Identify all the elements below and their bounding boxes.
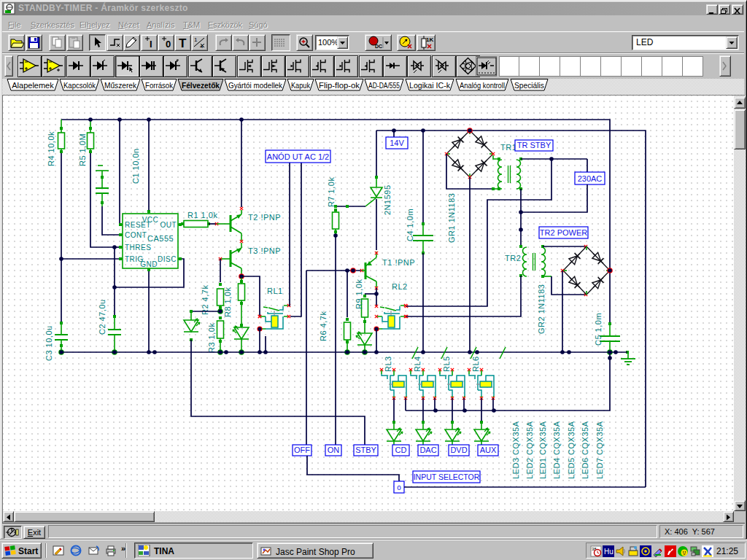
svg-text:OFF: OFF — [294, 446, 310, 454]
svg-text:Speciális: Speciális — [514, 81, 544, 90]
svg-text:Alapelemek: Alapelemek — [12, 81, 54, 90]
svg-text:Kapcsolók: Kapcsolók — [63, 81, 96, 90]
svg-text:R7 1,0k: R7 1,0k — [327, 177, 336, 207]
svg-text:Gyártói modellek: Gyártói modellek — [228, 81, 282, 90]
svg-text:RL5: RL5 — [442, 356, 451, 372]
svg-text:DISC: DISC — [158, 255, 177, 263]
svg-text:RESET: RESET — [125, 221, 151, 229]
svg-text:R1 1,0k: R1 1,0k — [187, 211, 217, 219]
svg-text:Források: Források — [145, 81, 173, 90]
svg-text:2N1595: 2N1595 — [383, 184, 392, 215]
svg-text:R9 1,0k: R9 1,0k — [355, 279, 363, 309]
svg-text:Kapuk: Kapuk — [291, 81, 310, 90]
svg-text:DC: DC — [375, 44, 382, 49]
svg-text:Flip-flop-ok: Flip-flop-ok — [319, 81, 360, 90]
svg-text:1K: 1K — [426, 36, 433, 43]
svg-text:R5 1,0M: R5 1,0M — [78, 133, 87, 166]
svg-text:ON: ON — [328, 446, 340, 454]
svg-text:RL1: RL1 — [267, 287, 283, 295]
svg-text:RL3: RL3 — [384, 356, 392, 372]
svg-text:Félvezetők: Félvezetők — [182, 81, 220, 90]
svg-text:TR2 POWER: TR2 POWER — [540, 228, 587, 237]
svg-text:THRES: THRES — [125, 244, 151, 252]
svg-text:GR2 1N1183: GR2 1N1183 — [537, 284, 546, 334]
svg-text:LED6 CQX35A: LED6 CQX35A — [581, 421, 589, 479]
svg-text:C1 10,0n: C1 10,0n — [131, 148, 140, 184]
svg-text:LED5 CQX35A: LED5 CQX35A — [567, 421, 576, 479]
svg-text:GND: GND — [140, 260, 158, 268]
svg-text:LED3 CQX35A: LED3 CQX35A — [511, 421, 520, 479]
svg-text:R4 10,0k: R4 10,0k — [47, 131, 55, 166]
svg-text:T2 !PNP: T2 !PNP — [248, 213, 281, 222]
svg-text:TR2: TR2 — [505, 254, 521, 262]
svg-text:o: o — [397, 483, 401, 491]
svg-text:T3 !PNP: T3 !PNP — [248, 246, 281, 255]
svg-text:C4 1,0m: C4 1,0m — [406, 209, 414, 241]
svg-text:Műszerek: Műszerek — [104, 81, 136, 90]
svg-text:I: I — [150, 39, 152, 50]
svg-text:GR1 1N1183: GR1 1N1183 — [447, 193, 456, 243]
svg-text:RL6: RL6 — [471, 356, 480, 372]
svg-text:0: 0 — [166, 39, 171, 50]
svg-text:TR STBY: TR STBY — [517, 141, 551, 149]
svg-text:R8 1,0k: R8 1,0k — [223, 287, 232, 317]
svg-text:INPUT SELECTOR: INPUT SELECTOR — [414, 472, 480, 481]
svg-text:LED7 CQX35A: LED7 CQX35A — [595, 421, 604, 479]
svg-text:STBY: STBY — [355, 446, 376, 454]
svg-text:CA555: CA555 — [147, 234, 174, 243]
svg-text:C5 1,0m: C5 1,0m — [594, 313, 603, 346]
svg-text:R3 1,0k: R3 1,0k — [207, 323, 216, 353]
svg-text:AUX: AUX — [480, 446, 497, 454]
svg-text:DVD: DVD — [450, 446, 467, 454]
svg-text:1: 1 — [194, 36, 198, 43]
svg-text:LED2 CQX35A: LED2 CQX35A — [525, 421, 534, 479]
svg-text:230AC: 230AC — [578, 174, 603, 183]
svg-text:Hu: Hu — [604, 548, 614, 556]
svg-text:RL2: RL2 — [392, 282, 408, 291]
svg-text:R6 4,7k: R6 4,7k — [319, 311, 328, 341]
svg-text:AD-DA/555: AD-DA/555 — [368, 81, 400, 90]
svg-text:C2 47,0u: C2 47,0u — [98, 299, 107, 335]
svg-text:T1 !PNP: T1 !PNP — [382, 258, 415, 267]
svg-text:RL4: RL4 — [413, 356, 422, 372]
svg-text:C3 10,0u: C3 10,0u — [44, 325, 53, 361]
svg-text:OUT: OUT — [160, 221, 177, 229]
svg-text:CD: CD — [395, 446, 407, 454]
svg-text:14V: 14V — [390, 139, 404, 147]
svg-text:ANÓD UT AC 1/2: ANÓD UT AC 1/2 — [267, 152, 329, 161]
svg-text:DAC: DAC — [419, 446, 436, 454]
svg-text:T: T — [179, 36, 187, 50]
svg-text:R2 4,7k: R2 4,7k — [201, 285, 209, 315]
svg-text:LED4 CQX35A: LED4 CQX35A — [552, 421, 561, 479]
svg-text:Logikai IC-k: Logikai IC-k — [409, 81, 450, 90]
svg-text:LED1 CQX35A: LED1 CQX35A — [538, 421, 547, 479]
svg-text:Analóg kontroll: Analóg kontroll — [460, 81, 505, 90]
svg-text:TR1: TR1 — [500, 143, 516, 152]
svg-text:CONT: CONT — [125, 231, 147, 239]
